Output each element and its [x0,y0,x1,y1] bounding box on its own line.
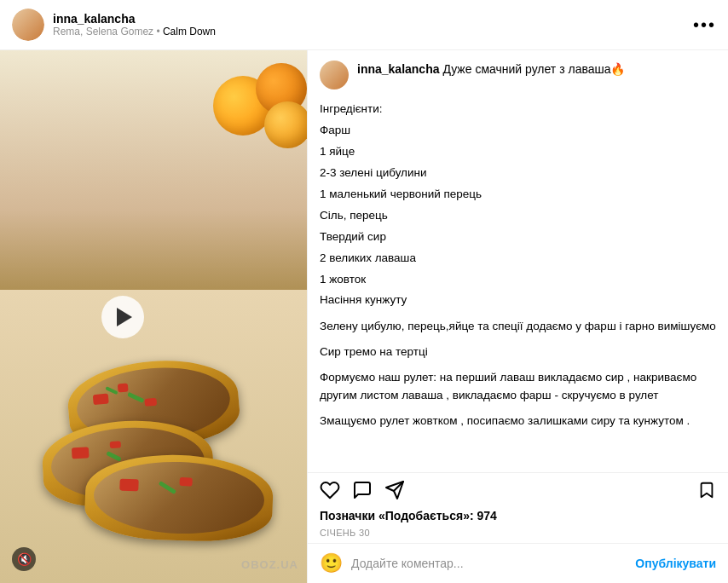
post-comment-area: 🙂 Опублікувати [308,543,728,583]
more-options-button[interactable]: ••• [693,16,716,33]
post-actions [308,472,728,507]
filling-red-7 [179,477,192,487]
recipe-step-1: Зелену цибулю, перець,яйце та спеції дод… [320,317,716,336]
caption-header: inna_kalancha Дуже смачний рулет з лаваш… [320,61,716,89]
filling-green-1 [127,392,144,403]
filling-red-2 [118,384,129,393]
play-icon [117,308,132,326]
caption-title: Дуже смачний рулет з лаваша🔥 [440,62,626,76]
likes-count: 974 [477,509,497,522]
recipe-step-4: Змащуємо рулет жовтком , посипаємо залиш… [320,412,716,430]
roll-3 [84,452,274,544]
orange-decoration-3 [264,101,307,148]
header-subtitle-prefix: Rema, Selena Gomez • [53,26,163,38]
watermark: OBOZ.UA [241,558,298,571]
ingredient-0: Фарш [320,121,716,141]
header-info: inna_kalancha Rema, Selena Gomez • Calm … [53,12,685,38]
caption-avatar[interactable] [320,61,349,89]
ingredient-6: 2 великих лаваша [320,249,716,268]
header-avatar[interactable] [12,9,44,41]
caption-text-area: inna_kalancha Дуже смачний рулет з лаваш… [357,61,716,78]
roll-inner-3 [93,459,266,537]
bookmark-icon [697,481,716,499]
post-likes: Позначки «Подобається»: 974 [308,507,728,526]
heart-icon [320,480,340,500]
ingredient-1: 1 яйце [320,142,716,162]
filling-red-3 [144,398,157,407]
post-container: inna_kalancha Rema, Selena Gomez • Calm … [0,0,728,583]
filling-red-5 [110,441,121,448]
filling-red-4 [72,447,90,459]
bookmark-button[interactable] [697,481,716,499]
share-button[interactable] [384,480,405,500]
ingredient-3: 1 маленький червоний перець [320,185,716,205]
post-caption-area: inna_kalancha Дуже смачний рулет з лаваш… [308,50,728,472]
ingredients-title: Інгредієнти: [320,100,716,119]
recipe-step-3: Формуємо наш рулет: на перший лаваш викл… [320,368,716,405]
mute-icon: 🔇 [17,552,32,566]
ingredient-7: 1 жовток [320,270,716,290]
ingredient-4: Сіль, перець [320,206,716,226]
ingredient-8: Насіння кунжуту [320,291,716,310]
comment-button[interactable] [352,480,373,500]
post-image-panel: 🔇 OBOZ.UA [0,50,307,583]
mute-button[interactable]: 🔇 [12,547,36,571]
comment-input[interactable] [351,557,627,570]
filling-green-4 [159,481,176,494]
recipe-section: Інгредієнти: Фарш 1 яйце 2-3 зелені цибу… [320,96,716,433]
publish-button[interactable]: Опублікувати [635,557,716,570]
filling-red-1 [93,394,109,406]
emoji-button[interactable]: 🙂 [320,552,343,574]
post-date: СІЧЕНЬ 30 [308,526,728,543]
like-button[interactable] [320,480,340,500]
ingredient-5: Твердий сир [320,228,716,247]
rolls-container [17,344,290,532]
filling-red-6 [119,479,138,492]
recipe-step-2: Сир тремо на тертці [320,343,716,361]
share-icon [384,480,405,500]
caption-username[interactable]: inna_kalancha [357,62,440,76]
comment-icon [352,480,373,500]
ingredient-2: 2-3 зелені цибулини [320,164,716,183]
food-image: 🔇 OBOZ.UA [0,50,307,583]
filling-green-3 [106,451,121,462]
post-right-panel: inna_kalancha Дуже смачний рулет з лаваш… [307,50,728,583]
header-subtitle: Rema, Selena Gomez • Calm Down [53,26,685,38]
post-content: 🔇 OBOZ.UA inna_kalancha Дуже смачний рул… [0,50,728,583]
post-header: inna_kalancha Rema, Selena Gomez • Calm … [0,0,728,50]
header-username[interactable]: inna_kalancha [53,12,685,26]
header-song: Calm Down [163,26,216,38]
play-button[interactable] [101,296,144,338]
likes-label: Позначки «Подобається»: [320,509,474,522]
